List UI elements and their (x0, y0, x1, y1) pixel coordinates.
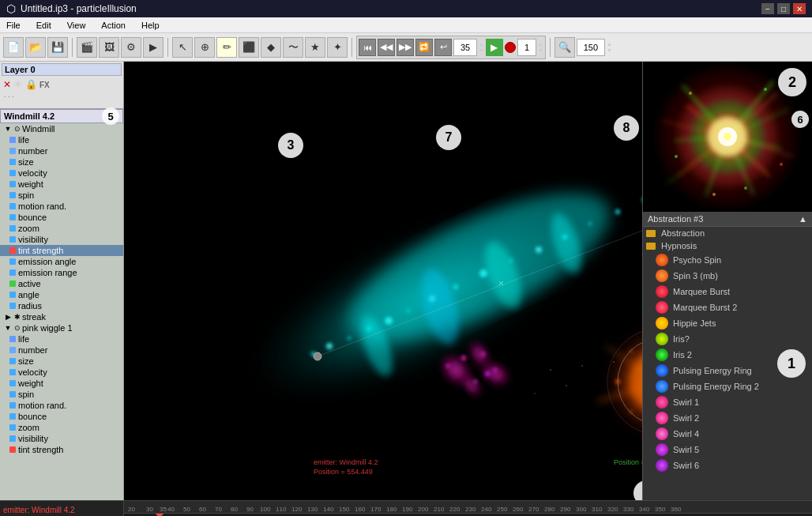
tree-pw-velocity[interactable]: velocity (0, 367, 123, 378)
tree-life[interactable]: life (0, 134, 123, 145)
tree-scroll[interactable]: ▼ ⊙ Windmill life number size velocity w… (0, 123, 123, 500)
frame-down[interactable]: ▼ (479, 47, 484, 53)
effect-tool[interactable]: ✦ (327, 37, 348, 58)
tree-pw-motionrand[interactable]: motion rand. (0, 400, 123, 411)
select-tool[interactable]: ↖ (172, 37, 193, 58)
tree-number[interactable]: number (0, 145, 123, 156)
tree-pw-bounce[interactable]: bounce (0, 411, 123, 422)
svg-point-31 (446, 364, 449, 367)
record-button[interactable] (505, 42, 516, 53)
play-button[interactable]: ▶ (486, 39, 503, 56)
loop-button[interactable]: 🔁 (415, 39, 433, 56)
lib-item-pulsingring2[interactable]: Pulsing Energy Ring 2 (643, 379, 812, 394)
shape-tool[interactable]: ◆ (261, 37, 281, 58)
tree-weight[interactable]: weight (0, 179, 123, 190)
tree-emissionangle[interactable]: emission angle (0, 256, 123, 267)
star-tool[interactable]: ★ (305, 37, 325, 58)
title-text: Untitled.ip3 - particleIllusion (21, 3, 137, 14)
new-button[interactable]: 📄 (3, 37, 24, 58)
save-button[interactable]: 💾 (47, 37, 68, 58)
zoom-down[interactable]: ▼ (607, 47, 612, 53)
menu-view[interactable]: View (64, 20, 89, 31)
tree-pw-number[interactable]: number (0, 345, 123, 356)
tree-pw-zoom[interactable]: zoom (0, 422, 123, 433)
lib-item-swirl4[interactable]: Swirl 4 (643, 426, 812, 442)
canvas-area[interactable]: emitter: Windmill 4.2 Position = 554.449… (124, 62, 642, 500)
lib-item-marqueeburst2[interactable]: Marquee Burst 2 (643, 299, 812, 315)
export2-button[interactable]: 🖼 (99, 37, 119, 58)
menu-edit[interactable]: Edit (33, 20, 55, 31)
transform-tool[interactable]: ⊕ (194, 37, 215, 58)
repeat-down[interactable]: ▼ (538, 47, 543, 53)
tree-streak[interactable]: ▶ ✱ streak (0, 311, 123, 322)
frame-input[interactable]: 35 (453, 39, 477, 56)
library-scroll-up[interactable]: ▲ (799, 214, 807, 224)
tree-pw-life[interactable]: life (0, 333, 123, 345)
settings-button[interactable]: ⚙ (121, 37, 141, 58)
tree-pinkwiggle[interactable]: ▼ ⊙ pink wiggle 1 (0, 322, 123, 333)
svg-text:320: 320 (607, 506, 618, 513)
tree-motionrand[interactable]: motion rand. (0, 201, 123, 212)
repeat-input[interactable]: 1 (517, 39, 536, 56)
loop2-button[interactable]: ↩ (434, 39, 452, 56)
timeline-track[interactable]: 20 30 35 40 50 60 70 80 90 100 110 120 1… (124, 501, 812, 516)
lib-item-spin3mb[interactable]: Spin 3 (mb) (643, 268, 812, 284)
eye-icon[interactable]: 👁 (13, 79, 23, 90)
lib-item-swirl2[interactable]: Swirl 2 (643, 410, 812, 426)
maximize-button[interactable]: □ (777, 3, 790, 14)
zoom-icon[interactable]: 🔍 (554, 37, 575, 58)
tree-zoom[interactable]: zoom (0, 223, 123, 234)
lib-item-marqueeburst[interactable]: Marquee Burst (643, 284, 812, 299)
lib-item-hippiejets[interactable]: Hippie Jets (643, 315, 812, 331)
tree-radius[interactable]: radius (0, 300, 123, 311)
tree-active[interactable]: active (0, 278, 123, 289)
tree-spin[interactable]: spin (0, 190, 123, 201)
tree-bounce[interactable]: bounce (0, 212, 123, 223)
tree-pw-size[interactable]: size (0, 356, 123, 367)
lib-item-swirl1[interactable]: Swirl 1 (643, 394, 812, 410)
repeat-up[interactable]: ▲ (538, 41, 543, 47)
tree-pw-tintstrength[interactable]: tint strength (0, 444, 123, 455)
layer-tree-label: · · · (2, 92, 122, 101)
library-scroll[interactable]: Abstraction Hypnosis Psycho Spin Spin 3 … (643, 227, 812, 500)
rewind-button[interactable]: ⏮ (359, 39, 376, 56)
minimize-button[interactable]: − (761, 3, 774, 14)
frame-up[interactable]: ▲ (479, 41, 484, 47)
tree-pw-visibility[interactable]: visibility (0, 433, 123, 444)
tree-size[interactable]: size (0, 156, 123, 168)
lib-group-abstraction[interactable]: Abstraction (643, 227, 812, 239)
svg-point-9 (453, 284, 458, 289)
lib-item-swirl5[interactable]: Swirl 5 (643, 442, 812, 458)
preview-button[interactable]: ▶ (143, 37, 164, 58)
zoom-up[interactable]: ▲ (607, 41, 612, 47)
path-tool[interactable]: 〜 (283, 37, 303, 58)
tree-visibility[interactable]: visibility (0, 234, 123, 245)
step-fwd-button[interactable]: ▶▶ (397, 39, 414, 56)
menu-action[interactable]: Action (98, 20, 129, 31)
export-button[interactable]: 🎬 (77, 37, 97, 58)
rect-tool[interactable]: ⬛ (239, 37, 259, 58)
lib-item-swirl6[interactable]: Swirl 6 (643, 458, 812, 473)
tree-velocity[interactable]: velocity (0, 168, 123, 179)
lib-item-iris[interactable]: Iris? (643, 331, 812, 347)
open-button[interactable]: 📂 (25, 37, 46, 58)
delete-layer-icon[interactable]: ✕ (3, 79, 11, 90)
zoom-input[interactable]: 150 (577, 39, 605, 56)
step-back-button[interactable]: ◀◀ (378, 39, 395, 56)
tree-emissionrange[interactable]: emission range (0, 267, 123, 278)
playback-group: ⏮ ◀◀ ▶▶ 🔁 ↩ 35 ▲ ▼ ▶ 1 ▲ ▼ (356, 36, 546, 59)
pen-tool[interactable]: ✏ (216, 37, 237, 58)
tree-pw-spin[interactable]: spin (0, 389, 123, 400)
library-title: Abstraction #3 (648, 214, 703, 224)
lock-icon[interactable]: 🔒 (25, 79, 37, 90)
tree-angle[interactable]: angle (0, 289, 123, 300)
fx-icon[interactable]: FX (39, 81, 50, 89)
lib-item-psychospin[interactable]: Psycho Spin (643, 252, 812, 268)
menu-help[interactable]: Help (138, 20, 163, 31)
tree-windmill[interactable]: ▼ ⊙ Windmill (0, 123, 123, 134)
tree-tintstrength[interactable]: tint strength (0, 245, 123, 256)
lib-group-hypnosis[interactable]: Hypnosis (643, 239, 812, 252)
close-button[interactable]: ✕ (793, 3, 806, 14)
tree-pw-weight[interactable]: weight (0, 378, 123, 389)
menu-file[interactable]: File (3, 20, 24, 31)
